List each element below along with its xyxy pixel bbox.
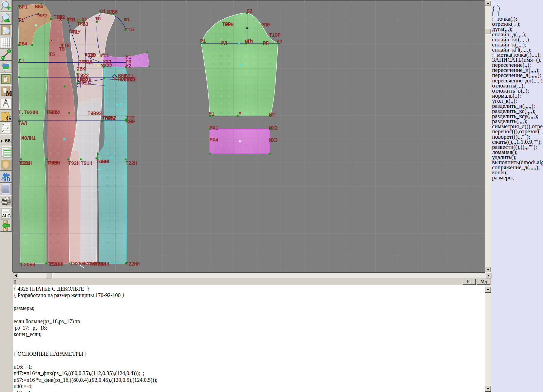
svg-text:Т9В92: Т9В92	[88, 111, 102, 116]
svg-text:МХ4: МХ4	[210, 137, 218, 143]
svg-text:г: г	[119, 111, 122, 117]
svg-text:ж1: ж1	[124, 17, 130, 22]
svg-text:В6: В6	[112, 9, 118, 15]
svg-text:НОПР2б: НОПР2б	[119, 77, 136, 83]
svg-text:G: G	[6, 115, 11, 121]
svg-text:Т92НН: Т92НН	[70, 261, 85, 267]
svg-text:ВВ0: ВВ0	[35, 4, 43, 9]
svg-text:Т1ОР: Т1ОР	[269, 33, 281, 38]
svg-text:Р0В: Р0В	[225, 22, 233, 27]
svg-text:Р1: Р1	[200, 39, 206, 44]
svg-text:МХ2: МХ2	[269, 125, 278, 131]
svg-text:ТВ52: ТВ52	[48, 110, 59, 115]
svg-text:ВР1: ВР1	[19, 4, 27, 10]
svg-text:Т1У: Т1У	[72, 30, 81, 35]
svg-text:О2: О2	[247, 8, 252, 14]
svg-text:Т15: Т15	[126, 27, 134, 33]
svg-text:Т.Т020В: Т.Т020В	[18, 110, 38, 115]
svg-text:МОЛН1: МОЛН1	[21, 136, 36, 141]
svg-text:Д1: Д1	[246, 38, 252, 44]
svg-text:У11: У11	[100, 53, 109, 58]
svg-text:Т51НН: Т51НН	[49, 262, 63, 267]
svg-text:Т92Н: Т92Н	[68, 161, 80, 166]
svg-text:и: и	[99, 166, 101, 172]
svg-text:МХ1: МХ1	[210, 125, 218, 131]
svg-text:Т22Н: Т22Н	[126, 161, 137, 166]
svg-text:ТЯ1: ТЯ1	[67, 17, 76, 23]
svg-text:A: A	[4, 102, 6, 105]
svg-text:г: г	[99, 157, 101, 162]
svg-text:Т91Н: Т91Н	[81, 161, 92, 166]
svg-text:б: б	[99, 175, 101, 180]
svg-text:31: 31	[100, 9, 106, 14]
svg-text:У2: У2	[126, 63, 131, 69]
svg-text:Т22НН: Т22НН	[126, 261, 140, 267]
svg-text:ОБ4: ОБ4	[19, 41, 27, 47]
svg-text:РП0: РП0	[261, 22, 270, 28]
svg-text:МХ3: МХ3	[269, 138, 278, 143]
svg-text:АЛЬ: АЛЬ	[1, 178, 6, 181]
svg-text:б: б	[119, 130, 122, 136]
svg-text:и: и	[119, 121, 122, 126]
svg-text:M: M	[6, 90, 12, 97]
svg-text:Г2ОНН: Г2ОНН	[21, 262, 35, 268]
svg-text:Т5ВН: Т5ВН	[49, 160, 60, 166]
svg-text:Р2: Р2	[277, 39, 282, 44]
svg-text:М2: М2	[269, 112, 275, 118]
svg-text:ТВК: ТВК	[77, 66, 86, 72]
svg-text:Т8: Т8	[59, 46, 65, 52]
svg-text:РЛ: РЛ	[221, 41, 227, 46]
svg-text:Х: Х	[59, 17, 62, 22]
svg-text:8: 8	[7, 126, 9, 130]
svg-text:Т21Н: Т21Н	[20, 161, 32, 166]
svg-text:7: 7	[2, 123, 4, 127]
svg-text:ТАЛ: ТАЛ	[18, 121, 27, 126]
svg-text:Г1: Г1	[19, 59, 24, 64]
svg-text:Д0: Д0	[89, 53, 95, 58]
svg-text:РП: РП	[263, 41, 269, 46]
svg-text:ТВР2: ТВР2	[36, 13, 47, 19]
svg-text:Т1: Т1	[18, 18, 24, 23]
svg-text:М1: М1	[209, 112, 214, 117]
svg-text:М: М	[239, 111, 241, 117]
svg-text:Т6ВНН: Т6ВНН	[95, 261, 109, 267]
svg-text:Т5: Т5	[49, 52, 55, 57]
svg-text:Т1Д: Т1Д	[84, 59, 93, 65]
svg-text:Х00: Х00	[126, 119, 135, 124]
svg-text:ТЖ52: ТЖ52	[104, 116, 116, 121]
svg-text:ALG: ALG	[2, 214, 11, 218]
svg-text:У222: У222	[101, 63, 112, 68]
svg-text:Б3: Б3	[82, 22, 88, 27]
svg-text:Т921: Т921	[78, 80, 90, 86]
svg-text:с: с	[119, 102, 122, 107]
svg-text:i_66.: i_66.	[1, 138, 12, 143]
